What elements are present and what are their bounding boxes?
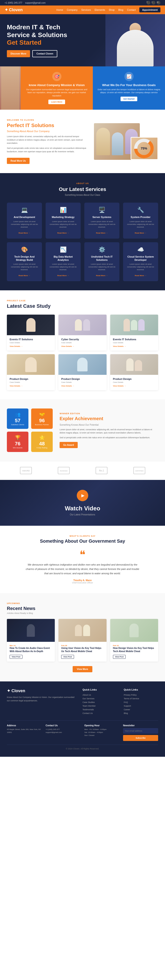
footer-link2-1[interactable]: Privacy Policy bbox=[124, 694, 158, 696]
news-view-2[interactable]: View Post bbox=[61, 655, 74, 659]
case-view-5[interactable]: View Details → bbox=[61, 385, 74, 387]
service-readmore-8[interactable]: Read More → bbox=[135, 275, 146, 277]
about-section: WELCOME TO CLOVEN Perfect IT Solutions S… bbox=[0, 110, 165, 173]
footer: ✦ Cloven Know About Our Company Mission … bbox=[0, 681, 165, 757]
goals-title: What We Do For Your Business Goals bbox=[96, 83, 161, 87]
case-cat-6: Case Details bbox=[113, 381, 155, 383]
case-cat-5: Case Details bbox=[61, 381, 104, 383]
goals-start-btn[interactable]: Get Started bbox=[120, 97, 137, 101]
footer-hours-text: Mon - Fri: 9:00am - 6:00pmSat: 10:00am -… bbox=[84, 728, 119, 737]
news-date-3: Feb 10 bbox=[113, 644, 155, 647]
about-title: Perfect IT Solutions bbox=[7, 123, 87, 129]
email-link[interactable]: support@gmail.com bbox=[25, 2, 46, 4]
footer-link2-3[interactable]: FAQ bbox=[124, 701, 158, 703]
footer-contact: Contact Us +1 (045) 245-377 support@gmai… bbox=[46, 724, 81, 741]
nav-link-shop[interactable]: Shop bbox=[109, 8, 115, 11]
mission-learn-btn[interactable]: Learn More bbox=[48, 100, 65, 104]
newsletter-submit-btn[interactable]: Subscribe bbox=[123, 735, 158, 741]
news-img-2 bbox=[58, 619, 106, 642]
news-view-all-btn[interactable]: View More bbox=[73, 666, 92, 672]
case-card-6: Product Design Case Details View Details… bbox=[110, 354, 158, 390]
top-bar: +1 (045) 245-377 support@gmail.com f t i… bbox=[0, 0, 165, 5]
svg-text:No.1: No.1 bbox=[99, 469, 104, 472]
footer-link-6[interactable]: Contact Us bbox=[82, 712, 117, 714]
services-label: ABOUT US bbox=[7, 182, 158, 185]
facebook-icon[interactable]: f bbox=[147, 1, 151, 5]
case-view-3[interactable]: View Details → bbox=[113, 345, 126, 347]
service-title-4: System Provider bbox=[126, 215, 155, 219]
nav-link-contact[interactable]: Contact bbox=[127, 8, 136, 11]
hero-text: Modren IT & Tech Service & Solutions Get… bbox=[7, 23, 67, 57]
news-view-1[interactable]: View Post bbox=[10, 655, 22, 659]
twitter-icon[interactable]: t bbox=[152, 1, 155, 5]
stat-card-clients: 👥 57 Satisfied Clients bbox=[7, 409, 29, 429]
services-grid-1: 💻 And Development Lorem ipsum dolor sit … bbox=[7, 203, 158, 239]
stats-grid: 👥 57 Satisfied Clients 🤝 96 Business Par… bbox=[7, 409, 53, 452]
nav-link-blog[interactable]: Blog bbox=[118, 8, 123, 11]
mission-text: Our organization surrounded our common l… bbox=[24, 88, 89, 97]
footer-link-1[interactable]: About Us bbox=[82, 694, 117, 696]
discover-button[interactable]: Discover More bbox=[7, 50, 30, 57]
linkedin-icon[interactable]: in bbox=[157, 1, 160, 5]
info-cards-row: 🎯 know About Company Mission & Vision Ou… bbox=[0, 67, 165, 110]
news-view-3[interactable]: View Post bbox=[113, 655, 126, 659]
service-readmore-3[interactable]: Read More → bbox=[96, 232, 108, 234]
case-view-1[interactable]: View Details → bbox=[10, 345, 23, 347]
clients-label: Satisfied Clients bbox=[10, 423, 25, 426]
about-read-more-btn[interactable]: Read More Us bbox=[7, 158, 30, 164]
news-title-2: Using User Vision As Key Tool Helps Us T… bbox=[61, 647, 104, 653]
awards-label: Win Awards bbox=[10, 447, 25, 449]
footer-link2-6[interactable]: Blog bbox=[124, 712, 158, 714]
nav-link-company[interactable]: Company bbox=[67, 8, 77, 11]
case-grid: Events IT Solutions Case Details View De… bbox=[7, 315, 158, 390]
footer-link2-2[interactable]: Terms of Service bbox=[124, 697, 158, 700]
testimonial-role: Chief Executive Officer bbox=[7, 582, 158, 584]
services-section: ABOUT US Our Latest Services Something k… bbox=[0, 173, 165, 290]
play-button[interactable] bbox=[77, 490, 88, 501]
case-title-1: Events IT Solutions bbox=[10, 338, 52, 341]
achievement-award-btn[interactable]: Go Award bbox=[59, 442, 78, 448]
nav-link-services[interactable]: Services bbox=[81, 8, 91, 11]
footer-link2-4[interactable]: Support bbox=[124, 705, 158, 707]
nav-link-home[interactable]: Home bbox=[56, 8, 63, 11]
clients-icon: 👥 bbox=[10, 412, 25, 417]
footer-link-4[interactable]: Team Member bbox=[82, 705, 117, 707]
service-text-3: Lorem ipsum dolor sit amet consectetur a… bbox=[87, 220, 117, 229]
service-card-5: 🎨 Tech Design And Strategy Build Lorem i… bbox=[7, 242, 42, 282]
service-card-8: ☁️ Cloud Service System Developer Lorem … bbox=[123, 242, 158, 282]
service-card-7: ⚙️ Undivided Tech IT Solutions Lorem ips… bbox=[84, 242, 119, 282]
testimonial-author: Timothy A. Mann bbox=[7, 579, 158, 582]
footer-link-2[interactable]: Our Services bbox=[82, 697, 117, 700]
nav-link-elements[interactable]: Elements bbox=[95, 8, 105, 11]
case-view-6[interactable]: View Details → bbox=[113, 385, 126, 387]
case-view-4[interactable]: View Details → bbox=[10, 385, 23, 387]
phone-link[interactable]: +1 (045) 245-377 bbox=[5, 2, 22, 4]
footer-link-3[interactable]: Case Studies bbox=[82, 701, 117, 703]
video-title: Watch Video bbox=[65, 505, 100, 512]
case-card-3: Events IT Solutions Case Details View De… bbox=[110, 315, 158, 350]
contact-button[interactable]: Contact Cloven bbox=[32, 50, 57, 57]
trust-logo-1: AWARD bbox=[19, 466, 33, 475]
service-readmore-1[interactable]: Read More → bbox=[19, 232, 30, 234]
achievement-subtitle: Something Knows About Our Potential bbox=[59, 423, 158, 426]
nav-logo[interactable]: ✦ Cloven bbox=[5, 7, 23, 13]
footer-copyright: © 2024 Cloven. All Rights Reserved. bbox=[7, 745, 158, 750]
service-readmore-4[interactable]: Read More → bbox=[135, 232, 146, 234]
service-text-7: Lorem ipsum dolor sit amet consectetur a… bbox=[87, 263, 117, 271]
info-side-image bbox=[0, 67, 21, 110]
footer-link2-5[interactable]: Career bbox=[124, 708, 158, 711]
service-readmore-7[interactable]: Read More → bbox=[96, 275, 108, 277]
footer-contact-email: support@gmail.com bbox=[46, 731, 81, 734]
testimonial-section: WHAT'S CLIENTS SAY Something About Our G… bbox=[0, 526, 165, 593]
appointment-button[interactable]: Appointment bbox=[139, 7, 160, 13]
service-icon-2: 📊 bbox=[48, 207, 78, 213]
service-readmore-5[interactable]: Read More → bbox=[19, 275, 30, 277]
service-readmore-6[interactable]: Read More → bbox=[57, 275, 69, 277]
services-grid-2: 🎨 Tech Design And Strategy Build Lorem i… bbox=[7, 242, 158, 282]
case-view-2[interactable]: View Details → bbox=[61, 345, 74, 347]
footer-link-5[interactable]: Testimonials bbox=[82, 708, 117, 711]
footer-address-title: Address bbox=[7, 724, 42, 727]
footer-contact-phone: +1 (045) 245-377 bbox=[46, 728, 81, 731]
service-readmore-2[interactable]: Read More → bbox=[57, 232, 69, 234]
newsletter-input[interactable] bbox=[123, 728, 158, 733]
